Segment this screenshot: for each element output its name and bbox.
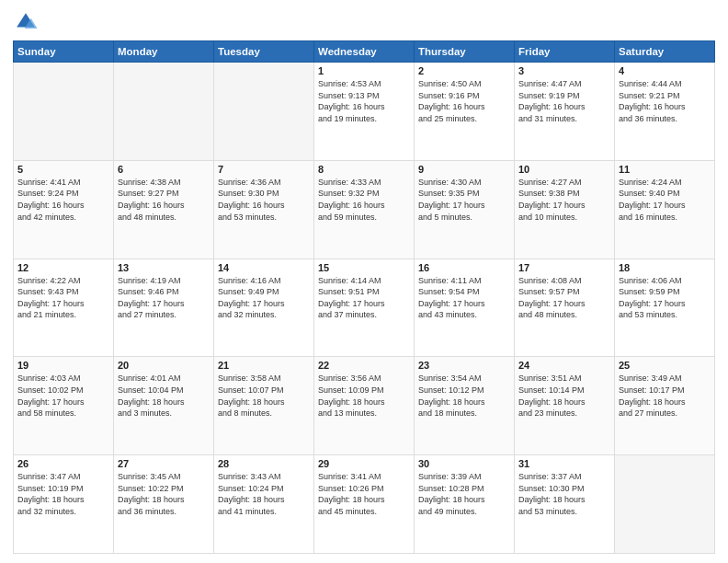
day-number: 30 [418, 458, 510, 469]
day-number: 27 [118, 458, 210, 469]
day-info: Sunrise: 4:11 AM Sunset: 9:54 PM Dayligh… [418, 275, 510, 321]
day-info: Sunrise: 4:14 AM Sunset: 9:51 PM Dayligh… [318, 275, 410, 321]
calendar-cell: 8Sunrise: 4:33 AM Sunset: 9:32 PM Daylig… [314, 160, 415, 259]
col-header-monday: Monday [114, 41, 214, 63]
calendar-cell: 6Sunrise: 4:38 AM Sunset: 9:27 PM Daylig… [114, 160, 214, 259]
day-info: Sunrise: 3:43 AM Sunset: 10:24 PM Daylig… [218, 471, 310, 517]
calendar-cell: 21Sunrise: 3:58 AM Sunset: 10:07 PM Dayl… [214, 357, 314, 455]
day-info: Sunrise: 4:47 AM Sunset: 9:19 PM Dayligh… [518, 78, 610, 124]
col-header-saturday: Saturday [615, 41, 715, 63]
day-info: Sunrise: 3:49 AM Sunset: 10:17 PM Daylig… [619, 373, 711, 419]
day-number: 7 [218, 164, 310, 175]
day-info: Sunrise: 4:38 AM Sunset: 9:27 PM Dayligh… [118, 177, 210, 223]
day-number: 12 [17, 262, 109, 273]
calendar-cell: 18Sunrise: 4:06 AM Sunset: 9:59 PM Dayli… [615, 259, 715, 357]
calendar-cell: 4Sunrise: 4:44 AM Sunset: 9:21 PM Daylig… [615, 63, 715, 161]
day-number: 3 [518, 65, 610, 76]
calendar-cell: 11Sunrise: 4:24 AM Sunset: 9:40 PM Dayli… [615, 160, 715, 259]
logo [13, 9, 40, 35]
calendar-cell [14, 63, 114, 161]
col-header-thursday: Thursday [415, 41, 515, 63]
day-info: Sunrise: 4:53 AM Sunset: 9:13 PM Dayligh… [318, 78, 410, 124]
calendar: SundayMondayTuesdayWednesdayThursdayFrid… [13, 40, 715, 554]
calendar-cell: 1Sunrise: 4:53 AM Sunset: 9:13 PM Daylig… [314, 63, 415, 161]
day-info: Sunrise: 4:08 AM Sunset: 9:57 PM Dayligh… [518, 275, 610, 321]
day-info: Sunrise: 4:03 AM Sunset: 10:02 PM Daylig… [17, 373, 109, 419]
calendar-cell: 2Sunrise: 4:50 AM Sunset: 9:16 PM Daylig… [415, 63, 515, 161]
day-number: 10 [518, 164, 610, 175]
calendar-cell: 13Sunrise: 4:19 AM Sunset: 9:46 PM Dayli… [114, 259, 214, 357]
calendar-cell: 14Sunrise: 4:16 AM Sunset: 9:49 PM Dayli… [214, 259, 314, 357]
day-info: Sunrise: 4:16 AM Sunset: 9:49 PM Dayligh… [218, 275, 310, 321]
day-number: 4 [619, 65, 711, 76]
day-number: 28 [218, 458, 310, 469]
page: SundayMondayTuesdayWednesdayThursdayFrid… [0, 0, 728, 563]
week-row-4: 26Sunrise: 3:47 AM Sunset: 10:19 PM Dayl… [14, 455, 715, 554]
day-number: 23 [418, 360, 510, 371]
day-number: 14 [218, 262, 310, 273]
day-info: Sunrise: 4:06 AM Sunset: 9:59 PM Dayligh… [619, 275, 711, 321]
calendar-header-row: SundayMondayTuesdayWednesdayThursdayFrid… [14, 41, 715, 63]
calendar-cell [114, 63, 214, 161]
day-number: 24 [518, 360, 610, 371]
day-number: 13 [118, 262, 210, 273]
day-info: Sunrise: 3:41 AM Sunset: 10:26 PM Daylig… [318, 471, 410, 517]
day-number: 18 [619, 262, 711, 273]
day-info: Sunrise: 3:58 AM Sunset: 10:07 PM Daylig… [218, 373, 310, 419]
day-info: Sunrise: 3:54 AM Sunset: 10:12 PM Daylig… [418, 373, 510, 419]
week-row-3: 19Sunrise: 4:03 AM Sunset: 10:02 PM Dayl… [14, 357, 715, 455]
day-number: 25 [619, 360, 711, 371]
day-info: Sunrise: 3:51 AM Sunset: 10:14 PM Daylig… [518, 373, 610, 419]
calendar-cell: 22Sunrise: 3:56 AM Sunset: 10:09 PM Dayl… [314, 357, 415, 455]
calendar-cell: 31Sunrise: 3:37 AM Sunset: 10:30 PM Dayl… [515, 455, 615, 554]
col-header-friday: Friday [515, 41, 615, 63]
calendar-cell: 26Sunrise: 3:47 AM Sunset: 10:19 PM Dayl… [14, 455, 114, 554]
calendar-cell: 28Sunrise: 3:43 AM Sunset: 10:24 PM Dayl… [214, 455, 314, 554]
calendar-cell [615, 455, 715, 554]
calendar-cell: 19Sunrise: 4:03 AM Sunset: 10:02 PM Dayl… [14, 357, 114, 455]
calendar-cell: 20Sunrise: 4:01 AM Sunset: 10:04 PM Dayl… [114, 357, 214, 455]
calendar-cell: 23Sunrise: 3:54 AM Sunset: 10:12 PM Dayl… [415, 357, 515, 455]
header [13, 9, 715, 35]
calendar-cell: 27Sunrise: 3:45 AM Sunset: 10:22 PM Dayl… [114, 455, 214, 554]
calendar-cell [214, 63, 314, 161]
day-info: Sunrise: 3:56 AM Sunset: 10:09 PM Daylig… [318, 373, 410, 419]
day-number: 17 [518, 262, 610, 273]
calendar-cell: 16Sunrise: 4:11 AM Sunset: 9:54 PM Dayli… [415, 259, 515, 357]
day-info: Sunrise: 4:22 AM Sunset: 9:43 PM Dayligh… [17, 275, 109, 321]
calendar-cell: 10Sunrise: 4:27 AM Sunset: 9:38 PM Dayli… [515, 160, 615, 259]
day-info: Sunrise: 3:47 AM Sunset: 10:19 PM Daylig… [17, 471, 109, 517]
col-header-tuesday: Tuesday [214, 41, 314, 63]
calendar-cell: 5Sunrise: 4:41 AM Sunset: 9:24 PM Daylig… [14, 160, 114, 259]
day-number: 9 [418, 164, 510, 175]
day-info: Sunrise: 3:39 AM Sunset: 10:28 PM Daylig… [418, 471, 510, 517]
calendar-cell: 7Sunrise: 4:36 AM Sunset: 9:30 PM Daylig… [214, 160, 314, 259]
col-header-wednesday: Wednesday [314, 41, 415, 63]
day-number: 11 [619, 164, 711, 175]
day-info: Sunrise: 4:50 AM Sunset: 9:16 PM Dayligh… [418, 78, 510, 124]
day-number: 29 [318, 458, 410, 469]
day-info: Sunrise: 4:27 AM Sunset: 9:38 PM Dayligh… [518, 177, 610, 223]
day-info: Sunrise: 4:36 AM Sunset: 9:30 PM Dayligh… [218, 177, 310, 223]
week-row-0: 1Sunrise: 4:53 AM Sunset: 9:13 PM Daylig… [14, 63, 715, 161]
day-number: 16 [418, 262, 510, 273]
day-info: Sunrise: 4:19 AM Sunset: 9:46 PM Dayligh… [118, 275, 210, 321]
calendar-cell: 29Sunrise: 3:41 AM Sunset: 10:26 PM Dayl… [314, 455, 415, 554]
calendar-cell: 12Sunrise: 4:22 AM Sunset: 9:43 PM Dayli… [14, 259, 114, 357]
day-number: 5 [17, 164, 109, 175]
day-info: Sunrise: 4:01 AM Sunset: 10:04 PM Daylig… [118, 373, 210, 419]
day-number: 31 [518, 458, 610, 469]
day-number: 20 [118, 360, 210, 371]
day-number: 15 [318, 262, 410, 273]
day-info: Sunrise: 3:37 AM Sunset: 10:30 PM Daylig… [518, 471, 610, 517]
calendar-cell: 25Sunrise: 3:49 AM Sunset: 10:17 PM Dayl… [615, 357, 715, 455]
calendar-cell: 17Sunrise: 4:08 AM Sunset: 9:57 PM Dayli… [515, 259, 615, 357]
day-number: 19 [17, 360, 109, 371]
day-number: 1 [318, 65, 410, 76]
day-info: Sunrise: 4:44 AM Sunset: 9:21 PM Dayligh… [619, 78, 711, 124]
day-number: 8 [318, 164, 410, 175]
day-number: 26 [17, 458, 109, 469]
calendar-cell: 3Sunrise: 4:47 AM Sunset: 9:19 PM Daylig… [515, 63, 615, 161]
day-info: Sunrise: 3:45 AM Sunset: 10:22 PM Daylig… [118, 471, 210, 517]
day-info: Sunrise: 4:24 AM Sunset: 9:40 PM Dayligh… [619, 177, 711, 223]
